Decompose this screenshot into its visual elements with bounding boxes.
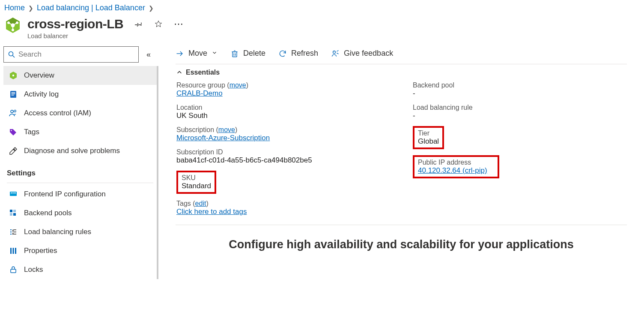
essentials-sku: SKU Standard [176, 171, 387, 194]
search-input[interactable] [18, 50, 134, 59]
sidebar-item-properties[interactable]: Properties [3, 241, 157, 260]
collapse-sidebar-icon[interactable]: « [146, 50, 151, 59]
svg-point-19 [14, 110, 16, 112]
sidebar-item-backend-pools[interactable]: Backend pools [3, 204, 157, 223]
backend-pools-icon [9, 208, 18, 218]
svg-rect-28 [13, 213, 16, 216]
highlight-box: Public IP address 40.120.32.64 (crl-pip) [413, 155, 499, 178]
svg-rect-17 [12, 95, 14, 96]
page-subtitle: Load balancer [27, 32, 184, 39]
sidebar-item-tags[interactable]: Tags [3, 123, 157, 141]
sidebar-item-frontend-ip[interactable]: Frontend IP configuration [3, 185, 157, 204]
highlight-box: SKU Standard [176, 171, 216, 194]
diagnose-icon [9, 146, 18, 156]
frontend-ip-icon [9, 190, 18, 199]
svg-rect-14 [10, 91, 16, 98]
lb-rules-icon [9, 227, 18, 237]
chevron-right-icon: ❯ [27, 5, 34, 12]
lock-icon [9, 265, 18, 274]
field-label: SKU [182, 174, 211, 182]
properties-icon [9, 246, 18, 256]
move-link[interactable]: move [218, 126, 235, 133]
essentials-backend-pool: Backend pool - [413, 81, 623, 98]
svg-rect-29 [10, 248, 12, 254]
resource-group-link[interactable]: CRALB-Demo [176, 89, 223, 97]
sidebar-item-lb-rules[interactable]: Load balancing rules [3, 223, 157, 241]
sidebar-search[interactable] [3, 46, 139, 63]
sidebar-item-label: Locks [24, 265, 43, 274]
essentials-lb-rule: Load balancing rule - [413, 104, 623, 120]
essentials-tier: Tier Global [413, 126, 623, 149]
cmd-label: Give feedback [344, 49, 393, 58]
svg-rect-25 [10, 210, 12, 212]
svg-line-11 [13, 56, 15, 58]
cmd-label: Delete [243, 49, 265, 58]
essentials-panel: Resource group (move) CRALB-Demo Locatio… [176, 80, 627, 225]
cmd-label: Move [188, 49, 207, 58]
field-value: Standard [182, 182, 211, 190]
refresh-icon [278, 49, 287, 58]
essentials-resource-group: Resource group (move) CRALB-Demo [176, 81, 387, 98]
breadcrumb-home[interactable]: Home [4, 3, 25, 12]
svg-rect-32 [11, 269, 16, 273]
page-header: cross-region-LB ⋯ Load balancer [0, 15, 644, 44]
edit-link[interactable]: edit [195, 200, 206, 207]
move-link[interactable]: move [230, 81, 246, 89]
feedback-button[interactable]: Give feedback [331, 49, 393, 58]
breadcrumb-parent[interactable]: Load balancing | Load Balancer [37, 3, 145, 12]
sidebar-item-activity-log[interactable]: Activity log [3, 85, 157, 104]
load-balancer-icon [4, 17, 21, 34]
activity-log-icon [9, 90, 18, 99]
sidebar: « Overview Activity log Access control (… [0, 44, 158, 288]
page-title: cross-region-LB [27, 17, 123, 31]
command-bar: Move Delete Refresh Give feedback [176, 46, 627, 64]
svg-point-10 [9, 52, 13, 56]
sidebar-item-label: Frontend IP configuration [24, 190, 106, 199]
subscription-link[interactable]: Microsoft-Azure-Subscription [176, 134, 270, 142]
refresh-button[interactable]: Refresh [278, 49, 318, 58]
svg-rect-16 [12, 93, 15, 94]
iam-icon [9, 108, 18, 118]
cmd-label: Refresh [291, 49, 318, 58]
sidebar-item-diagnose[interactable]: Diagnose and solve problems [3, 141, 157, 160]
sidebar-item-label: Diagnose and solve problems [24, 147, 120, 155]
essentials-public-ip: Public IP address 40.120.32.64 (crl-pip) [413, 155, 623, 178]
chevron-up-icon [176, 69, 182, 75]
sidebar-item-label: Overview [24, 71, 54, 80]
more-icon[interactable]: ⋯ [174, 22, 184, 26]
breadcrumb: Home ❯ Load balancing | Load Balancer ❯ [0, 0, 644, 15]
svg-rect-22 [11, 193, 12, 193]
essentials-label: Essentials [186, 69, 220, 76]
svg-rect-31 [15, 248, 16, 254]
field-label: Load balancing rule [413, 104, 623, 111]
move-button[interactable]: Move [176, 49, 218, 58]
star-icon[interactable] [154, 20, 163, 28]
highlight-box: Tier Global [413, 126, 444, 149]
delete-button[interactable]: Delete [230, 49, 265, 58]
svg-rect-27 [10, 213, 12, 216]
feedback-icon [331, 49, 340, 58]
essentials-toggle[interactable]: Essentials [176, 64, 627, 80]
svg-point-13 [12, 75, 14, 76]
sidebar-item-overview[interactable]: Overview [3, 66, 157, 85]
sidebar-item-iam[interactable]: Access control (IAM) [3, 104, 157, 123]
sidebar-item-locks[interactable]: Locks [3, 260, 157, 279]
field-label: Tags [176, 200, 191, 207]
field-label: Location [176, 104, 387, 111]
pin-icon[interactable] [134, 20, 143, 28]
main-content: Move Delete Refresh Give feedback Essent… [158, 44, 644, 288]
field-label: Backend pool [413, 81, 623, 89]
sidebar-item-label: Properties [24, 247, 57, 255]
field-label: Subscription [176, 126, 214, 133]
svg-rect-15 [12, 92, 15, 93]
add-tags-link[interactable]: Click here to add tags [176, 208, 247, 216]
svg-point-39 [333, 51, 336, 53]
public-ip-link[interactable]: 40.120.32.64 (crl-pip) [418, 166, 487, 175]
field-value: baba41cf-c01d-4a55-b6c5-ca494b802be5 [176, 156, 387, 165]
field-label: Tier [418, 129, 439, 137]
field-label: Subscription ID [176, 148, 387, 156]
svg-rect-24 [14, 193, 16, 193]
essentials-tags: Tags (edit) Click here to add tags [176, 200, 387, 216]
field-label: Resource group [176, 81, 225, 89]
search-icon [8, 51, 15, 58]
